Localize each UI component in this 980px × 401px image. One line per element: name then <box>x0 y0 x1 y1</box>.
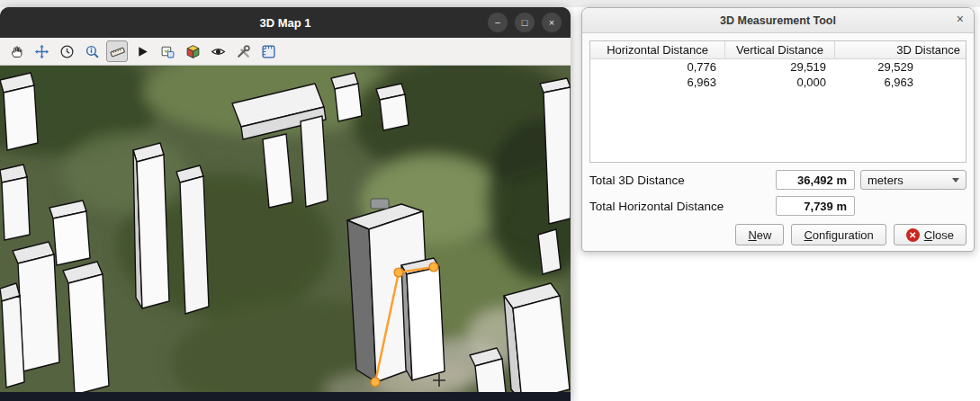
header-vertical-distance[interactable]: Vertical Distance <box>725 41 835 58</box>
cell-horizontal: 0,776 <box>590 59 725 75</box>
dialog-close-icon[interactable]: × <box>957 13 964 25</box>
zoom-full-icon[interactable] <box>31 40 52 62</box>
measurement-table: Horizontal Distance Vertical Distance 3D… <box>589 40 967 163</box>
dialog-title: 3D Measurement Tool <box>720 14 836 27</box>
camera-view-icon[interactable] <box>207 40 229 62</box>
pan-icon[interactable] <box>5 40 27 62</box>
measurement-dialog: 3D Measurement Tool × Horizontal Distanc… <box>581 7 975 252</box>
table-header-row: Horizontal Distance Vertical Distance 3D… <box>590 41 966 59</box>
dialog-titlebar[interactable]: 3D Measurement Tool × <box>582 8 974 33</box>
configure-icon[interactable] <box>232 40 254 62</box>
minimize-icon[interactable]: − <box>488 13 508 32</box>
total-horizontal-distance-label: Total Horizontal Distance <box>589 200 770 213</box>
map-window-title: 3D Map 1 <box>259 16 310 30</box>
desktop-background-strip <box>0 0 980 7</box>
map-toolbar <box>0 38 571 66</box>
map-label-tag <box>371 199 389 209</box>
close-button[interactable]: ✕ Close <box>894 224 967 245</box>
map-3d-scene[interactable] <box>0 66 571 401</box>
total-horizontal-distance-field[interactable]: 7,739 m <box>776 196 855 216</box>
play-animation-icon[interactable] <box>131 40 153 62</box>
animation-icon[interactable] <box>56 40 77 62</box>
units-dropdown-value: meters <box>868 174 904 187</box>
table-row[interactable]: 6,963 0,000 6,963 <box>590 75 966 90</box>
identify-icon[interactable] <box>81 40 103 62</box>
cell-vertical: 29,519 <box>725 59 835 75</box>
close-red-icon: ✕ <box>906 228 920 242</box>
cell-vertical: 0,000 <box>725 75 835 90</box>
measure-line-icon[interactable] <box>106 40 128 62</box>
maximize-icon[interactable]: □ <box>515 13 535 32</box>
close-icon[interactable]: × <box>542 13 562 32</box>
cell-horizontal: 6,963 <box>590 75 725 90</box>
measurement-vertex[interactable] <box>371 378 380 387</box>
new-button[interactable]: New <box>735 224 784 245</box>
measure-area-icon[interactable] <box>257 40 279 62</box>
measurement-vertex[interactable] <box>394 268 403 277</box>
total-3d-distance-label: Total 3D Distance <box>589 174 770 187</box>
dialog-body: Horizontal Distance Vertical Distance 3D… <box>582 33 974 252</box>
totals-section: Total 3D Distance 36,492 m meters Total … <box>589 170 967 216</box>
header-horizontal-distance[interactable]: Horizontal Distance <box>590 41 725 58</box>
chevron-down-icon <box>952 178 959 183</box>
header-3d-distance[interactable]: 3D Distance <box>835 41 966 58</box>
cell-3d: 6,963 <box>835 75 966 90</box>
dialog-buttons: New Configuration ✕ Close <box>589 224 967 245</box>
table-row[interactable]: 0,776 29,519 29,529 <box>590 59 966 75</box>
units-dropdown[interactable]: meters <box>860 170 967 190</box>
configuration-button[interactable]: Configuration <box>791 224 886 245</box>
map-3d-canvas <box>0 66 571 401</box>
map-window-titlebar[interactable]: 3D Map 1 − □ × <box>0 7 571 38</box>
map-bottom-strip <box>0 392 571 401</box>
3d-effects-icon[interactable] <box>182 40 203 62</box>
total-3d-distance-field[interactable]: 36,492 m <box>776 170 855 190</box>
measurement-vertex[interactable] <box>429 263 438 272</box>
export-scene-icon[interactable] <box>157 40 178 62</box>
cell-3d: 29,529 <box>835 59 966 75</box>
map-window: 3D Map 1 − □ × <box>0 7 571 401</box>
window-controls: − □ × <box>488 13 562 32</box>
